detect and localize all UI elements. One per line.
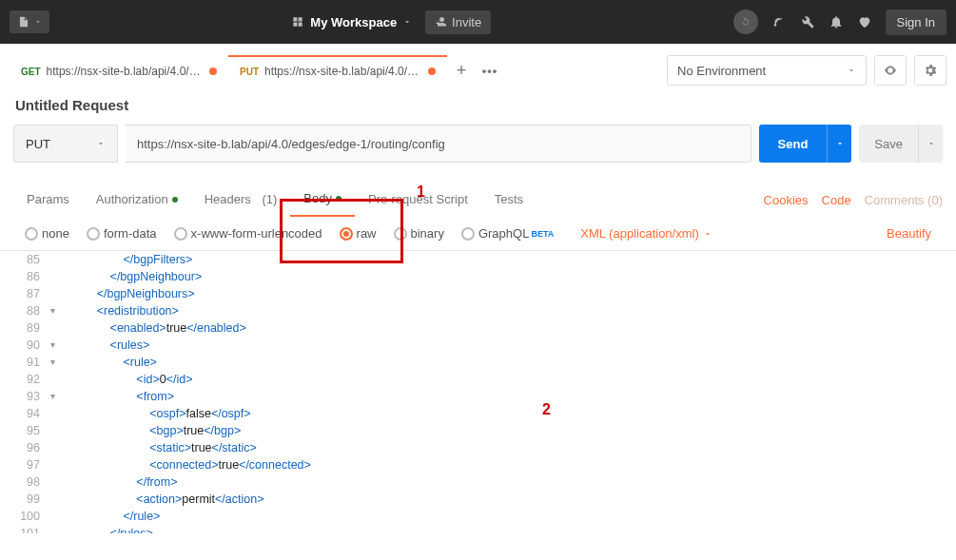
code-content: <action>permit</action> (57, 491, 264, 508)
tab-tests[interactable]: Tests (481, 184, 537, 216)
send-button[interactable]: Send (759, 125, 828, 163)
url-bar: PUT https://nsx-site-b.lab/api/4.0/edges… (0, 125, 956, 163)
tab-headers[interactable]: Headers (1) (191, 184, 291, 216)
body-type-formdata[interactable]: form-data (87, 226, 157, 241)
tab-prerequest[interactable]: Pre-request Script (355, 184, 481, 216)
code-line[interactable]: 99 <action>permit</action> (0, 491, 956, 508)
code-content: <rules> (57, 337, 149, 354)
chevron-down-icon (96, 139, 106, 148)
environment-select[interactable]: No Environment (667, 55, 867, 86)
satellite-icon[interactable] (771, 14, 787, 29)
code-line[interactable]: 93▾ <from> (0, 388, 956, 405)
code-line[interactable]: 85 </bgpFilters> (0, 251, 956, 268)
line-number: 93 (0, 388, 48, 405)
fold-toggle[interactable]: ▾ (48, 302, 57, 319)
fold-toggle (48, 491, 57, 508)
code-content: <ospf>false</ospf> (57, 405, 251, 422)
code-content: <static>true</static> (57, 439, 257, 456)
status-dot-icon (336, 196, 341, 202)
tab-authorization[interactable]: Authorization (83, 184, 191, 216)
fold-toggle (48, 405, 57, 422)
save-dropdown[interactable] (918, 125, 943, 163)
content-type-select[interactable]: XML (application/xml) (580, 226, 712, 241)
code-link[interactable]: Code (822, 193, 851, 207)
environment-selected: No Environment (677, 64, 766, 78)
tab-params[interactable]: Params (13, 184, 83, 216)
fold-toggle (48, 268, 57, 285)
fold-toggle (48, 508, 57, 525)
code-line[interactable]: 97 <connected>true</connected> (0, 456, 956, 473)
comments-link[interactable]: Comments (0) (865, 193, 943, 207)
tab-body[interactable]: Body (290, 183, 355, 217)
heart-icon[interactable] (857, 14, 872, 29)
fold-toggle (48, 525, 57, 533)
body-type-none[interactable]: none (25, 226, 69, 241)
code-line[interactable]: 101 </rules> (0, 525, 956, 533)
line-number: 92 (0, 371, 48, 388)
fold-toggle[interactable]: ▾ (48, 354, 57, 371)
request-tab[interactable]: PUThttps://nsx-site-b.lab/api/4.0/e... (228, 55, 447, 86)
sync-icon[interactable] (733, 10, 758, 34)
line-number: 97 (0, 456, 48, 473)
unsaved-dot-icon (428, 68, 436, 75)
chevron-down-icon (34, 18, 42, 26)
invite-label: Invite (452, 15, 481, 29)
cookies-link[interactable]: Cookies (764, 193, 809, 207)
code-line[interactable]: 87 </bgpNeighbours> (0, 285, 956, 302)
chevron-down-icon (703, 229, 712, 239)
fold-toggle[interactable]: ▾ (48, 337, 57, 354)
code-line[interactable]: 89 <enabled>true</enabled> (0, 319, 956, 337)
annotation-2: 2 (542, 401, 551, 418)
body-type-binary[interactable]: binary (394, 226, 444, 241)
tab-overflow-button[interactable]: ••• (476, 64, 504, 78)
body-type-row: none form-data x-www-form-urlencoded raw… (0, 217, 956, 250)
code-line[interactable]: 86 </bgpNeighbour> (0, 268, 956, 285)
code-content: <id>0</id> (57, 371, 192, 388)
environment-quicklook-button[interactable] (874, 55, 907, 86)
tab-method: PUT (240, 67, 259, 77)
code-line[interactable]: 92 <id>0</id> (0, 371, 956, 388)
code-line[interactable]: 91▾ <rule> (0, 354, 956, 371)
line-number: 87 (0, 285, 48, 302)
body-type-raw[interactable]: raw (340, 226, 377, 241)
chevron-down-icon (402, 17, 412, 27)
code-line[interactable]: 90▾ <rules> (0, 337, 956, 354)
body-editor[interactable]: 85 </bgpFilters>86 </bgpNeighbour>87 </b… (0, 250, 956, 533)
line-number: 89 (0, 319, 48, 337)
line-number: 91 (0, 354, 48, 371)
line-number: 96 (0, 439, 48, 456)
fold-toggle (48, 285, 57, 302)
code-line[interactable]: 94 <ospf>false</ospf> (0, 405, 956, 422)
code-content: <bgp>true</bgp> (57, 422, 241, 439)
save-button[interactable]: Save (859, 125, 918, 163)
fold-toggle[interactable]: ▾ (48, 388, 57, 405)
code-content: <enabled>true</enabled> (57, 319, 246, 337)
body-type-xwww[interactable]: x-www-form-urlencoded (174, 226, 322, 241)
tab-label: https://nsx-site-b.lab/api/4.0/e... (264, 65, 422, 78)
request-section-tabs: Params Authorization Headers (1) Body Pr… (0, 163, 956, 217)
bell-icon[interactable] (829, 14, 844, 29)
request-name[interactable]: Untitled Request (0, 89, 956, 125)
code-line[interactable]: 98 </from> (0, 473, 956, 491)
workspace-switcher[interactable]: My Workspace (291, 15, 412, 29)
environment-settings-button[interactable] (914, 55, 946, 86)
signin-button[interactable]: Sign In (886, 10, 946, 35)
new-tab-button[interactable]: + (447, 61, 476, 81)
code-line[interactable]: 100 </rule> (0, 508, 956, 525)
beautify-button[interactable]: Beautify (887, 226, 931, 241)
code-line[interactable]: 88▾ <redistribution> (0, 302, 956, 319)
request-tab[interactable]: GEThttps://nsx-site-b.lab/api/4.0/ed... (10, 55, 228, 86)
http-method-select[interactable]: PUT (13, 125, 118, 163)
code-line[interactable]: 96 <static>true</static> (0, 439, 956, 456)
code-line[interactable]: 95 <bgp>true</bgp> (0, 422, 956, 439)
fold-toggle (48, 251, 57, 268)
tab-label: https://nsx-site-b.lab/api/4.0/ed... (47, 65, 204, 78)
send-dropdown[interactable] (827, 125, 851, 163)
url-input[interactable]: https://nsx-site-b.lab/api/4.0/edges/edg… (126, 125, 751, 163)
invite-button[interactable]: Invite (425, 10, 491, 34)
line-number: 98 (0, 473, 48, 491)
wrench-icon[interactable] (800, 14, 815, 29)
plus-file-icon (17, 15, 30, 29)
body-type-graphql[interactable]: GraphQLBETA (461, 226, 554, 241)
new-button[interactable] (10, 10, 49, 33)
